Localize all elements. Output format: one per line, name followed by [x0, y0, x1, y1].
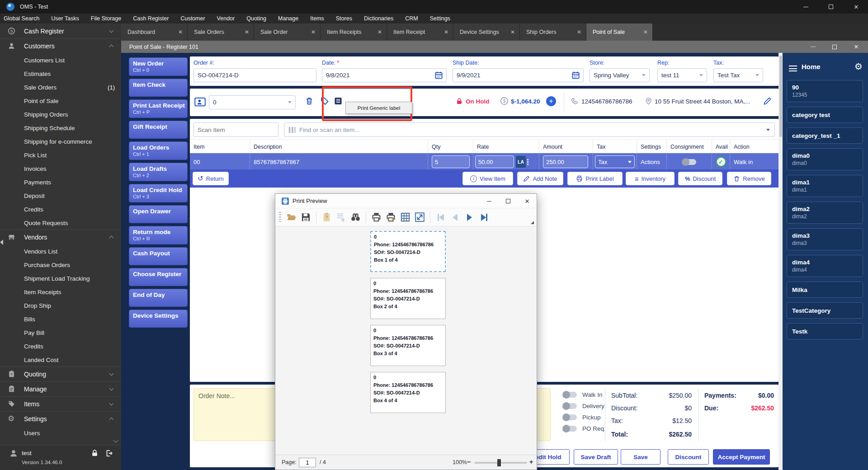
pos-action-button[interactable]: Load Drafts Ctrl + 2 — [129, 163, 188, 181]
rate-unit-badge[interactable]: LA — [516, 156, 526, 168]
zoom-in-icon[interactable]: + — [529, 458, 533, 465]
first-page-icon[interactable] — [434, 211, 447, 223]
pos-action-button[interactable]: Print Last Receipt Ctrl + P — [129, 99, 188, 118]
pos-action-button[interactable]: Load Orders Ctrl + 1 — [129, 141, 188, 160]
sidebar-item[interactable]: S ? ⚙ Items — [0, 396, 121, 411]
menu-item[interactable]: Manage — [278, 15, 298, 22]
rate-spinner[interactable] — [527, 159, 528, 165]
category-card[interactable]: dima4 dima4 — [787, 255, 863, 277]
sidebar-item[interactable]: S ? ⚙ Item Receipts — [0, 285, 121, 299]
sidebar-item[interactable]: S ? ⚙ Credits — [0, 202, 121, 216]
menu-item[interactable]: File Storage — [91, 15, 121, 22]
hamburger-menu-icon[interactable] — [789, 66, 797, 71]
maximize-button[interactable] — [821, 0, 841, 14]
column-header-qty[interactable]: Qty — [428, 140, 473, 154]
tab-close-icon[interactable]: ✕ — [375, 29, 382, 35]
last-page-icon[interactable] — [478, 211, 490, 223]
pos-action-button[interactable]: Return mode Ctrl + R — [129, 226, 188, 244]
tab-close-icon[interactable]: ✕ — [574, 29, 581, 35]
scale-to-fit-icon[interactable] — [414, 211, 426, 223]
pos-action-button[interactable]: Cash Payout — [129, 247, 188, 265]
label-preview[interactable]: 0 Phone: 124546786786786 SO#: SO-0047214… — [370, 278, 446, 319]
order-number-input[interactable] — [193, 68, 316, 82]
document-tab[interactable]: Item Receipts ✕ — [321, 24, 387, 41]
consignment-toggle[interactable] — [683, 159, 696, 165]
menu-item[interactable]: User Tasks — [51, 15, 79, 22]
sidebar-item[interactable]: S ? ⚙ Shipping for e-commerce — [0, 135, 121, 148]
scrollbar-thumb[interactable] — [779, 56, 782, 137]
category-card[interactable]: dima1 dima1 — [787, 175, 863, 197]
search-binoculars-icon[interactable] — [349, 211, 362, 223]
fulfillment-toggle[interactable] — [563, 414, 577, 420]
tab-close-icon[interactable]: ✕ — [175, 29, 183, 35]
category-card[interactable]: dima2 dima2 — [787, 202, 863, 224]
sidebar-item[interactable]: S ? ⚙ Estimates — [0, 67, 121, 80]
minimize-button[interactable] — [795, 0, 816, 14]
document-tab[interactable]: Item Receipt ✕ — [387, 24, 453, 41]
tab-close-icon[interactable]: ✕ — [308, 29, 316, 35]
rep-select[interactable]: test 11 — [657, 68, 707, 82]
label-preview[interactable]: 0 Phone: 124546786786786 SO#: SO-0047214… — [370, 231, 446, 272]
edit-pencil-icon[interactable] — [763, 97, 772, 105]
delete-customer-icon[interactable] — [305, 96, 314, 106]
sidebar-item[interactable]: S ? ⚙ Point of Sale — [0, 94, 121, 108]
save-draft-button[interactable]: Save Draft — [574, 449, 618, 465]
category-card[interactable]: 90 12345 — [787, 80, 863, 102]
sidebar-item[interactable]: S ? ⚙ Invoices — [0, 162, 121, 175]
column-header-settings[interactable]: Settings — [637, 140, 667, 154]
pos-action-button[interactable]: New Order Ctrl + 0 — [129, 57, 188, 76]
customer-select[interactable]: 0 — [209, 95, 296, 109]
menu-item[interactable]: Items — [310, 15, 324, 22]
dialog-close-button[interactable]: ✕ — [518, 194, 537, 208]
tab-close-icon[interactable]: ✕ — [508, 29, 515, 35]
dialog-title-bar[interactable]: Print Preview ✕ — [275, 194, 537, 208]
tax-select[interactable]: Test Tax — [713, 68, 763, 82]
scan-item-input[interactable] — [193, 122, 278, 137]
pos-action-button[interactable]: Open Drawer — [129, 205, 188, 223]
column-header-consignment[interactable]: Consignment — [667, 140, 712, 154]
sidebar-collapse-arrow[interactable] — [0, 240, 3, 245]
quick-print-icon[interactable] — [385, 211, 397, 223]
menu-item[interactable]: Dictionaries — [364, 15, 393, 22]
page-number-input[interactable] — [299, 458, 316, 467]
column-header-avail[interactable]: Avail — [712, 140, 730, 154]
sidebar-item[interactable]: S ? ⚙ Shipping Orders — [0, 108, 121, 121]
menu-item[interactable]: Vendor — [217, 15, 235, 22]
label-preview[interactable]: 0 Phone: 124546786786786 SO#: SO-0047214… — [370, 325, 446, 366]
sidebar-item[interactable]: S ? ⚙ Quote Requests — [0, 216, 121, 230]
category-card[interactable]: dima3 dima3 — [787, 228, 863, 250]
preview-content-area[interactable]: 0 Phone: 124546786786786 SO#: SO-0047214… — [275, 226, 537, 455]
date-input[interactable] — [322, 68, 447, 82]
save-button[interactable]: Save — [621, 449, 660, 465]
tab-close-icon[interactable]: ✕ — [441, 29, 448, 35]
pos-restore-button[interactable] — [825, 41, 844, 53]
view-item-button[interactable]: i View Item — [462, 172, 513, 185]
discount-footer-button[interactable]: Discount — [668, 449, 709, 465]
rate-input[interactable] — [475, 155, 514, 168]
toolbar-overflow-icon[interactable] — [531, 221, 534, 224]
document-tab[interactable]: Point of Sale ✕ — [586, 24, 653, 41]
logout-icon[interactable] — [105, 449, 113, 457]
sidebar-item[interactable]: S ? ⚙ Customers — [0, 38, 121, 53]
pos-close-button[interactable]: ✕ — [846, 41, 866, 53]
sidebar-item[interactable]: S ? ⚙ Purchase Orders — [0, 258, 121, 272]
clipboard-options-icon[interactable]: ? — [321, 211, 333, 223]
qty-input[interactable] — [432, 155, 470, 168]
sidebar-item[interactable]: S ? ⚙ Payments — [0, 175, 121, 189]
save-icon[interactable] — [300, 211, 312, 223]
sidebar-item[interactable]: S ? ⚙ Quoting — [0, 367, 121, 381]
zoom-out-icon[interactable]: − — [467, 458, 471, 465]
open-file-icon[interactable] — [285, 211, 297, 223]
lock-screen-icon[interactable] — [91, 449, 99, 457]
toolbar-grip[interactable] — [279, 212, 281, 223]
menu-item[interactable]: CRM — [405, 15, 418, 22]
menu-item[interactable]: Cash Register — [133, 15, 169, 22]
pos-action-button[interactable]: Choose Register — [129, 268, 188, 286]
document-tab[interactable]: Ship Orders ✕ — [520, 24, 586, 41]
fulfillment-toggle[interactable] — [563, 403, 577, 409]
tab-close-icon[interactable]: ✕ — [641, 29, 648, 35]
ship-date-input[interactable] — [453, 68, 584, 82]
select-content-icon[interactable] — [335, 211, 347, 223]
category-card[interactable]: category test — [787, 107, 863, 123]
item-row-selected[interactable]: 00 85767867867867 LA Tax Actions ✓ — [190, 153, 778, 170]
